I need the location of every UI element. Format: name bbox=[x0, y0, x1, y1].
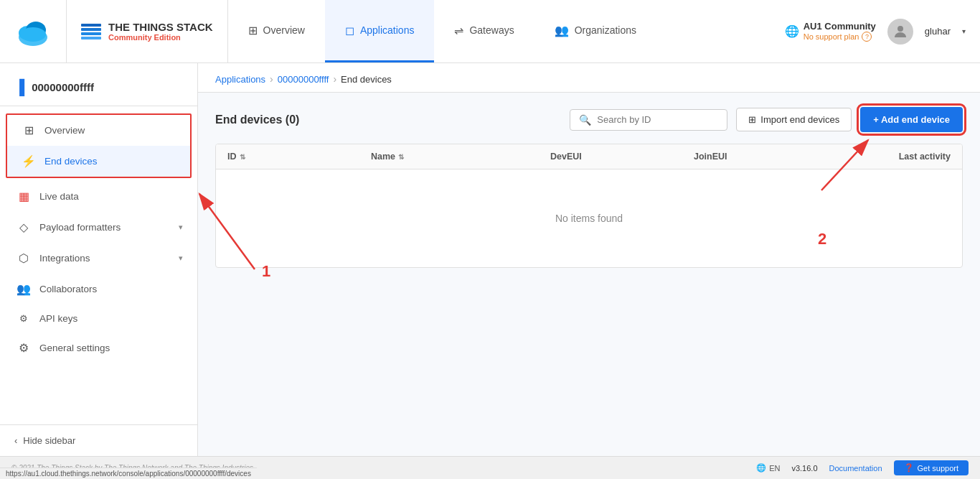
sidebar-integrations-label: Integrations bbox=[39, 253, 90, 264]
col-header-name[interactable]: Name ⇅ bbox=[371, 152, 550, 162]
sidebar-item-general-settings[interactable]: ⚙ General settings bbox=[0, 332, 197, 363]
sidebar-live-data-label: Live data bbox=[39, 191, 79, 202]
nav-gateways-label: Gateways bbox=[469, 24, 514, 36]
version-label: v3.16.0 bbox=[791, 464, 817, 473]
sidebar-item-overview[interactable]: ⊞ Overview bbox=[7, 115, 190, 146]
user-dropdown-arrow[interactable]: ▾ bbox=[962, 27, 966, 35]
logo-section: THE THINGS STACK Community Edition bbox=[67, 0, 228, 62]
breadcrumb-end-devices: End devices bbox=[341, 74, 392, 85]
integrations-icon: ⬡ bbox=[17, 251, 31, 265]
search-box[interactable]: 🔍 bbox=[570, 109, 727, 131]
content-inner: End devices (0) 🔍 ⊞ Import end devices +… bbox=[198, 93, 980, 282]
collaborators-icon: 👥 bbox=[17, 282, 31, 296]
import-icon: ⊞ bbox=[748, 114, 756, 125]
nav-item-gateways[interactable]: ⇌ Gateways bbox=[434, 0, 534, 62]
payload-icon: ◇ bbox=[17, 220, 31, 234]
content-area: Applications › 00000000ffff › End device… bbox=[198, 63, 980, 456]
logo-text-sub: Community Edition bbox=[108, 33, 213, 42]
avatar-icon bbox=[892, 23, 909, 40]
sidebar-end-devices-label: End devices bbox=[44, 156, 98, 167]
bottom-right: 🌐 EN v3.16.0 Documentation ❓ Get support bbox=[756, 460, 969, 475]
api-keys-icon: ⚙ bbox=[17, 313, 31, 324]
support-status: No support plan ? bbox=[804, 32, 876, 42]
sidebar-item-collaborators[interactable]: 👥 Collaborators bbox=[0, 274, 197, 304]
status-bar: https://au1.cloud.thethings.network/cons… bbox=[0, 468, 257, 479]
payload-expand-icon: ▾ bbox=[179, 223, 183, 232]
nav-item-overview[interactable]: ⊞ Overview bbox=[228, 0, 325, 62]
sidebar-item-live-data[interactable]: ▦ Live data bbox=[0, 181, 197, 212]
help-icon[interactable]: ? bbox=[862, 32, 872, 42]
col-header-joineui: JoinEUI bbox=[694, 152, 837, 162]
top-navigation: THE THINGS STACK Community Edition ⊞ Ove… bbox=[0, 0, 980, 63]
breadcrumb-sep-1: › bbox=[270, 73, 273, 85]
hide-sidebar-arrow-icon: ‹ bbox=[14, 435, 17, 446]
hide-sidebar-label: Hide sidebar bbox=[23, 435, 75, 446]
sidebar-overview-label: Overview bbox=[44, 125, 85, 136]
search-input[interactable] bbox=[597, 114, 718, 125]
ttn-logo-icon bbox=[14, 13, 52, 50]
integrations-expand-icon: ▾ bbox=[179, 254, 183, 263]
sidebar-app-id: 00000000ffff bbox=[32, 81, 94, 93]
sidebar-item-api-keys[interactable]: ⚙ API keys bbox=[0, 304, 197, 332]
applications-nav-icon: ◻ bbox=[345, 24, 354, 37]
get-support-button[interactable]: ❓ Get support bbox=[894, 460, 969, 475]
status-url: https://au1.cloud.thethings.network/cons… bbox=[6, 470, 251, 478]
end-devices-sidebar-icon: ⚡ bbox=[22, 154, 36, 168]
region-name: AU1 Community bbox=[804, 21, 876, 32]
sidebar-item-payload-formatters[interactable]: ◇ Payload formatters ▾ bbox=[0, 212, 197, 243]
breadcrumb-applications[interactable]: Applications bbox=[215, 74, 265, 85]
sidebar-payload-label: Payload formatters bbox=[39, 222, 121, 233]
logo-text-main: THE THINGS STACK bbox=[108, 21, 213, 33]
main-navigation: ⊞ Overview ◻ Applications ⇌ Gateways 👥 O… bbox=[228, 0, 771, 62]
logo-book-icon bbox=[81, 24, 101, 39]
name-sort-icon: ⇅ bbox=[398, 153, 404, 161]
content-header: End devices (0) 🔍 ⊞ Import end devices +… bbox=[215, 107, 963, 132]
support-label: No support plan bbox=[804, 32, 859, 41]
hide-sidebar-button[interactable]: ‹ Hide sidebar bbox=[0, 424, 197, 456]
nav-overview-label: Overview bbox=[263, 24, 305, 36]
sidebar-collaborators-label: Collaborators bbox=[39, 284, 97, 294]
nav-item-applications[interactable]: ◻ Applications bbox=[325, 0, 435, 62]
table-header: ID ⇅ Name ⇅ DevEUI JoinEUI Last activity bbox=[216, 144, 962, 169]
col-header-last-activity: Last activity bbox=[837, 152, 951, 162]
overview-sidebar-icon: ⊞ bbox=[22, 124, 36, 137]
sidebar-item-end-devices[interactable]: ⚡ End devices bbox=[7, 146, 190, 177]
brand-logo bbox=[0, 0, 67, 62]
search-icon: 🔍 bbox=[579, 114, 591, 126]
sidebar-outline-group: ⊞ Overview ⚡ End devices bbox=[6, 113, 192, 178]
lang-globe-icon: 🌐 bbox=[756, 463, 766, 473]
region-info: 🌐 AU1 Community No support plan ? bbox=[785, 21, 876, 42]
nav-right-section: 🌐 AU1 Community No support plan ? gluhar… bbox=[771, 0, 980, 62]
app-bar-icon: ▐ bbox=[14, 79, 24, 96]
nav-item-organizations[interactable]: 👥 Organizations bbox=[534, 0, 656, 62]
user-avatar bbox=[887, 19, 913, 45]
sidebar-app-title: ▐ 00000000ffff bbox=[0, 69, 197, 106]
user-name: gluhar bbox=[925, 26, 951, 37]
sidebar-navigation: ⊞ Overview ⚡ End devices ▦ Live data ◇ P… bbox=[0, 106, 197, 424]
add-btn-label: + Add end device bbox=[873, 114, 950, 125]
sidebar-item-integrations[interactable]: ⬡ Integrations ▾ bbox=[0, 243, 197, 274]
documentation-link[interactable]: Documentation bbox=[829, 464, 882, 473]
main-layout: ▐ 00000000ffff ⊞ Overview ⚡ End devices … bbox=[0, 63, 980, 456]
id-sort-icon: ⇅ bbox=[240, 153, 245, 161]
nav-organizations-label: Organizations bbox=[575, 24, 636, 36]
language-selector[interactable]: 🌐 EN bbox=[756, 463, 780, 473]
col-header-deveui: DevEUI bbox=[550, 152, 694, 162]
live-data-icon: ▦ bbox=[17, 190, 31, 203]
breadcrumb: Applications › 00000000ffff › End device… bbox=[198, 63, 980, 93]
import-end-devices-button[interactable]: ⊞ Import end devices bbox=[736, 108, 852, 131]
col-header-id[interactable]: ID ⇅ bbox=[227, 152, 371, 162]
end-devices-table: ID ⇅ Name ⇅ DevEUI JoinEUI Last activity bbox=[215, 144, 963, 268]
sidebar-settings-label: General settings bbox=[39, 343, 110, 353]
add-end-device-button[interactable]: + Add end device bbox=[860, 107, 963, 132]
globe-icon: 🌐 bbox=[785, 24, 799, 38]
table-empty-message: No items found bbox=[216, 169, 962, 267]
import-btn-label: Import end devices bbox=[760, 114, 839, 125]
sidebar: ▐ 00000000ffff ⊞ Overview ⚡ End devices … bbox=[0, 63, 198, 456]
overview-nav-icon: ⊞ bbox=[248, 24, 258, 37]
support-help-icon: ❓ bbox=[904, 463, 914, 473]
breadcrumb-sep-2: › bbox=[333, 73, 336, 85]
gateways-nav-icon: ⇌ bbox=[454, 24, 463, 37]
breadcrumb-app-id[interactable]: 00000000ffff bbox=[278, 74, 329, 85]
nav-applications-label: Applications bbox=[360, 24, 415, 36]
